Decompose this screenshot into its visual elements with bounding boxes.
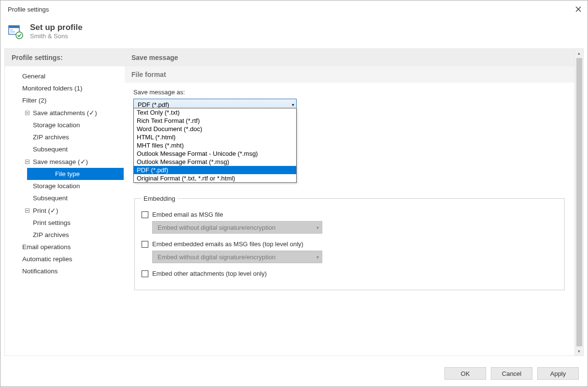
sidebar-item-12[interactable]: Print settings [5, 217, 125, 229]
svg-rect-3 [9, 26, 19, 28]
close-icon[interactable] [574, 5, 583, 14]
page-title: Set up profile [30, 23, 83, 32]
cancel-button[interactable]: Cancel [491, 367, 532, 380]
sidebar-item-0[interactable]: General [5, 70, 125, 82]
sidebar-item-14[interactable]: Email operations [5, 241, 125, 253]
sidebar-item-8[interactable]: File type [27, 168, 124, 180]
page-subtitle: Smith & Sons [30, 32, 83, 40]
combo-value: PDF (*.pdf) [138, 101, 169, 108]
vertical-scrollbar[interactable]: ▴ ▾ [574, 49, 583, 356]
sidebar-nav: GeneralMonitored folders (1)Filter (2)Sa… [5, 66, 125, 281]
sidebar-item-4[interactable]: Storage location [5, 119, 125, 131]
embed-nested-label: Embed embedded emails as MSG files (top … [152, 240, 303, 248]
sidebar-item-6[interactable]: Subsequent [5, 143, 125, 155]
svg-rect-4 [10, 30, 13, 30]
embed-nested-checkbox[interactable] [142, 241, 148, 248]
sidebar-item-7[interactable]: Save message (✓) [5, 155, 125, 168]
sidebar-item-label: Filter (2) [22, 97, 46, 104]
sidebar-item-11[interactable]: Print (✓) [5, 204, 125, 217]
collapse-icon[interactable] [24, 208, 30, 213]
sidebar-item-label: File type [55, 170, 80, 178]
section-title: Save message [125, 49, 574, 66]
save-as-label: Save message as: [133, 89, 566, 96]
sidebar-item-label: Print settings [33, 219, 71, 226]
sidebar-item-10[interactable]: Subsequent [5, 192, 125, 204]
file-format-dropdown[interactable]: Text Only (*.txt)Rich Text Format (*.rtf… [133, 108, 297, 183]
dropdown-option-8[interactable]: Original Format (*.txt, *.rtf or *.html) [134, 174, 296, 182]
embed-nested-select: Embed without digital signature/encrypti… [152, 251, 322, 263]
sidebar-item-label: ZIP archives [33, 134, 69, 141]
dropdown-option-2[interactable]: Word Document (*.doc) [134, 125, 296, 133]
embed-other-checkbox[interactable] [142, 270, 148, 277]
scroll-up-icon[interactable]: ▴ [575, 49, 583, 58]
scroll-thumb[interactable] [576, 58, 582, 346]
sidebar-item-label: ZIP archives [33, 231, 69, 238]
sidebar-item-label: Automatic replies [22, 255, 72, 263]
sidebar-title: Profile settings: [5, 49, 125, 66]
sidebar-item-1[interactable]: Monitored folders (1) [5, 82, 125, 94]
embedding-group: Embedding Embed email as MSG file Embed … [134, 195, 565, 290]
sidebar-item-13[interactable]: ZIP archives [5, 229, 125, 241]
sidebar-item-15[interactable]: Automatic replies [5, 253, 125, 265]
scroll-down-icon[interactable]: ▾ [575, 347, 583, 356]
sidebar-item-label: General [22, 73, 45, 80]
subsection-title: File format [125, 66, 574, 83]
window-title: Profile settings [8, 6, 49, 13]
embedding-legend: Embedding [142, 195, 177, 202]
sidebar-item-9[interactable]: Storage location [5, 180, 125, 192]
dropdown-option-4[interactable]: MHT files (*.mht) [134, 141, 296, 149]
collapse-icon[interactable] [24, 159, 30, 164]
sidebar-item-label: Subsequent [33, 146, 68, 153]
chevron-down-icon: ▾ [316, 225, 319, 230]
dropdown-option-5[interactable]: Outlook Message Format - Unicode (*.msg) [134, 149, 296, 158]
svg-rect-5 [10, 31, 15, 32]
dropdown-option-1[interactable]: Rich Text Format (*.rtf) [134, 117, 296, 125]
dropdown-option-3[interactable]: HTML (*.html) [134, 133, 296, 141]
apply-button[interactable]: Apply [537, 367, 579, 380]
svg-point-6 [16, 32, 23, 39]
embed-msg-label: Embed email as MSG file [152, 211, 223, 218]
sidebar-item-label: Email operations [22, 243, 71, 251]
chevron-down-icon: ▾ [292, 102, 294, 107]
embed-nested-select-value: Embed without digital signature/encrypti… [158, 253, 275, 261]
profile-icon [8, 24, 23, 39]
sidebar-item-5[interactable]: ZIP archives [5, 131, 125, 143]
dropdown-option-7[interactable]: PDF (*.pdf) [134, 166, 296, 174]
embed-msg-select: Embed without digital signature/encrypti… [152, 221, 322, 234]
ok-button[interactable]: OK [445, 367, 486, 380]
embed-msg-checkbox[interactable] [142, 211, 148, 218]
sidebar-item-label: Save message (✓) [33, 158, 88, 165]
sidebar-item-label: Save attachments (✓) [33, 109, 97, 117]
sidebar-item-label: Storage location [33, 121, 80, 129]
embed-msg-select-value: Embed without digital signature/encrypti… [158, 224, 275, 231]
sidebar-item-label: Storage location [33, 182, 80, 190]
embed-other-label: Embed other attachments (top level only) [152, 270, 267, 277]
chevron-down-icon: ▾ [316, 254, 319, 260]
sidebar-item-label: Print (✓) [33, 207, 58, 214]
dropdown-option-6[interactable]: Outlook Message Format (*.msg) [134, 158, 296, 166]
sidebar-item-label: Notifications [22, 268, 58, 275]
sidebar-item-16[interactable]: Notifications [5, 265, 125, 277]
dropdown-option-0[interactable]: Text Only (*.txt) [134, 108, 296, 117]
sidebar-item-2[interactable]: Filter (2) [5, 94, 125, 106]
sidebar-item-3[interactable]: Save attachments (✓) [5, 106, 125, 119]
collapse-icon[interactable] [24, 110, 30, 116]
sidebar-item-label: Monitored folders (1) [22, 85, 83, 92]
sidebar-item-label: Subsequent [33, 194, 68, 202]
